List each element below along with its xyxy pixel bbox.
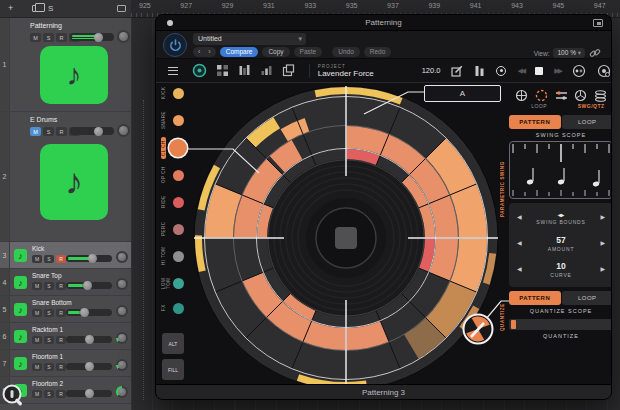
swing-scope-display[interactable] [509,141,612,199]
record-button[interactable] [496,66,506,76]
pan-knob[interactable] [116,278,128,290]
quantize-knob[interactable] [464,315,493,344]
track-row[interactable]: 7Floortom 1♪MSR [0,350,131,377]
slider-thumb[interactable] [80,308,89,317]
solo-button[interactable]: S [44,282,54,290]
add-track-button[interactable]: + [8,3,13,14]
mute-button[interactable]: M [32,336,42,344]
slider-thumb[interactable] [94,33,103,42]
track-row[interactable]: 6Racktom 1♪MSR [0,323,131,350]
slider-thumb[interactable] [94,127,103,136]
tab-quantize-pattern[interactable]: PATTERN [509,291,561,305]
magnifier-icon[interactable] [1,383,27,409]
amount-prev-button[interactable]: ◀ [517,239,522,246]
solo-button[interactable]: S [44,255,54,263]
mixer-page-icon[interactable] [238,64,251,77]
record-button[interactable]: R [56,363,66,371]
solo-button[interactable]: S [43,33,54,42]
solo-button[interactable]: S [44,309,54,317]
volume-slider[interactable] [66,309,112,316]
pan-knob[interactable] [116,251,128,263]
mute-button[interactable]: M [32,282,42,290]
curve-prev-button[interactable]: ◀ [517,265,522,272]
amount-next-button[interactable]: ▶ [600,239,605,246]
pattern-view-icon[interactable] [515,89,528,102]
mute-button[interactable]: M [32,390,42,398]
preset-nav[interactable]: ‹ › [193,47,216,57]
link-icon[interactable] [589,47,601,59]
plugin-titlebar[interactable]: Patterning [156,15,611,31]
bounds-prev-button[interactable]: ◀ [517,213,522,220]
quantize-slider-handle[interactable] [511,320,516,329]
tab-swing-pattern[interactable]: PATTERN [509,115,561,129]
slider-thumb[interactable] [85,335,94,344]
layers-view-icon[interactable] [594,89,607,102]
levels-icon[interactable] [474,65,485,77]
loop-view-icon[interactable] [535,89,548,102]
volume-slider[interactable] [66,255,112,262]
track-row[interactable]: 3Kick♪MSR [0,242,131,269]
sequencer-wheel[interactable] [194,86,498,384]
instrument-dot[interactable] [173,115,184,126]
record-button[interactable]: R [56,127,67,136]
divisions-view-icon[interactable] [574,89,587,102]
volume-slider[interactable] [66,336,112,343]
instrument-dot[interactable] [173,224,184,235]
edit-pencil-icon[interactable] [451,65,463,77]
mute-button[interactable]: M [30,127,41,136]
next-preset-button[interactable]: › [208,47,210,57]
track-row[interactable]: 4Snare Top♪MSR [0,269,131,296]
redo-button[interactable]: Redo [364,47,392,57]
tempo-value[interactable]: 120.0 [422,66,441,75]
pan-knob[interactable] [117,124,130,137]
copy-button[interactable]: Copy [262,47,289,57]
mute-button[interactable]: M [30,33,41,42]
instrument-dot[interactable] [173,303,184,314]
pan-knob[interactable] [116,332,128,344]
bounds-next-button[interactable]: ▶ [600,213,605,220]
instrument-dot[interactable] [173,278,184,289]
power-button[interactable] [163,33,187,57]
rewind-button[interactable]: ◀◀ [517,67,524,75]
pan-knob[interactable] [116,386,128,398]
track-row[interactable]: 2E DrumsMSRI♪ [0,112,131,242]
stop-button[interactable] [535,67,543,75]
record-button[interactable]: R [56,336,66,344]
volume-slider[interactable] [70,127,114,135]
solo-button[interactable]: S [43,127,54,136]
project-display[interactable]: PROJECT Lavender Force [309,64,416,78]
undo-button[interactable]: Undo [332,47,360,57]
mute-button[interactable]: M [32,309,42,317]
slider-thumb[interactable] [85,362,94,371]
record-button[interactable]: R [56,309,66,317]
automation-page-icon[interactable] [260,64,273,77]
volume-slider[interactable] [66,363,112,370]
window-mode-icon[interactable] [593,19,603,27]
tab-quantize-loop[interactable]: LOOP [562,291,613,305]
pattern-page-icon[interactable] [192,63,207,78]
solo-button[interactable]: S [48,3,53,14]
volume-slider[interactable] [66,390,112,397]
quantize-slider[interactable] [509,319,612,330]
arrange-page-icon[interactable] [282,64,295,77]
fill-button[interactable]: FILL [162,359,184,380]
pan-knob[interactable] [117,30,130,43]
record-button[interactable]: R [56,390,66,398]
mute-button[interactable]: M [32,255,42,263]
instrument-dot[interactable] [173,88,184,99]
swing-quantize-view-icon[interactable] [555,89,568,102]
tab-swing-loop[interactable]: LOOP [562,115,613,129]
record-button[interactable]: R [56,282,66,290]
view-zoom-select[interactable]: 100 % ▾ [553,48,585,58]
forward-button[interactable]: ▶▶ [554,67,561,75]
prev-preset-button[interactable]: ‹ [198,47,200,57]
curve-next-button[interactable]: ▶ [600,265,605,272]
solo-button[interactable]: S [44,363,54,371]
pan-knob[interactable] [116,305,128,317]
slider-thumb[interactable] [85,389,94,398]
monitor-icon[interactable] [117,5,126,12]
volume-slider[interactable] [70,33,114,41]
track-row[interactable]: 1PatterningMSRI♪ [0,18,131,112]
swing-dial-icon[interactable] [572,64,586,78]
instrument-dot[interactable] [169,139,187,157]
